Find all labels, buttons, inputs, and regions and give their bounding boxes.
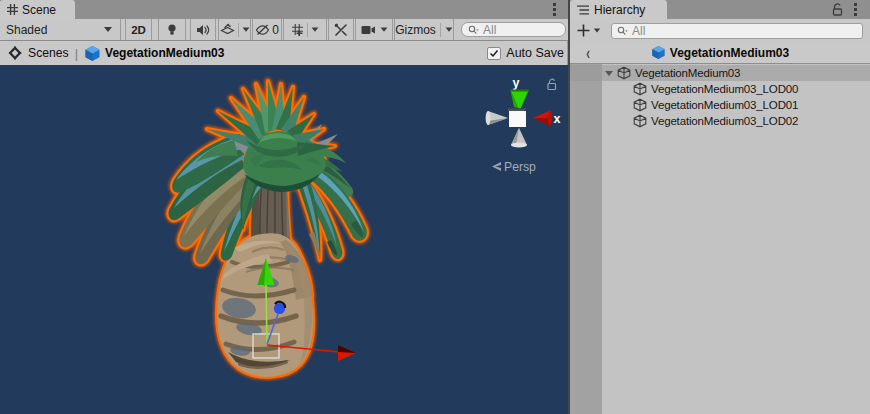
- svg-text:y: y: [513, 76, 520, 90]
- svg-text:x: x: [554, 112, 561, 126]
- svg-text:Persp: Persp: [504, 160, 536, 174]
